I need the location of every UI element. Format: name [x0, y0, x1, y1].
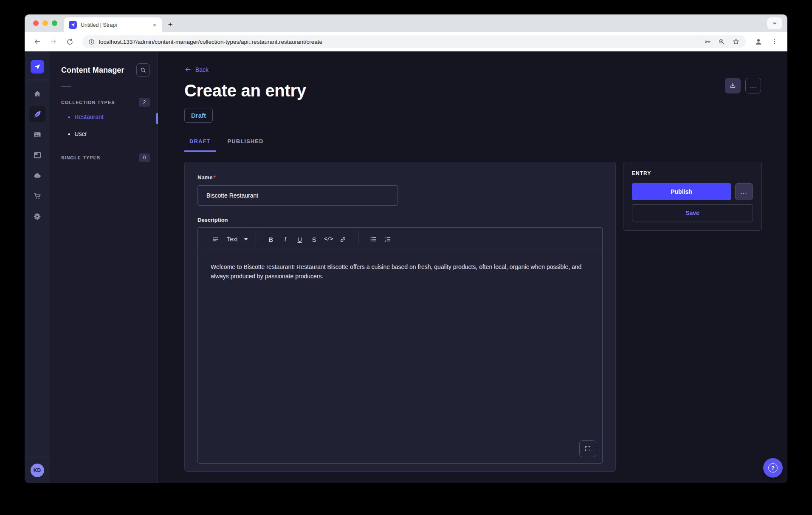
expand-editor-button[interactable] [579, 440, 596, 457]
name-input[interactable] [197, 185, 398, 206]
required-mark: * [213, 174, 215, 181]
single-types-count-badge: 0 [139, 153, 150, 162]
export-button[interactable] [725, 78, 741, 93]
collection-types-count-badge: 2 [139, 98, 150, 107]
arrow-left-icon [184, 66, 192, 73]
sidebar-item-user[interactable]: • User [61, 125, 150, 142]
numbered-list-button[interactable]: 12 [381, 232, 395, 246]
chevron-down-icon [772, 21, 777, 26]
address-bar[interactable]: localhost:1337/admin/content-manager/col… [82, 35, 746, 48]
home-icon [33, 90, 42, 98]
toolbar-separator [256, 233, 256, 246]
block-type-dropdown[interactable]: Text [227, 236, 248, 243]
main-nav-rail: KD [25, 51, 50, 483]
user-avatar[interactable]: KD [31, 464, 44, 477]
subnav-title: Content Manager [61, 66, 124, 75]
nav-settings-button[interactable] [27, 206, 48, 226]
sidebar-item-restaurant[interactable]: • Restaurant [61, 108, 150, 125]
forward-nav-icon[interactable] [47, 35, 60, 48]
bullet-list-button[interactable] [366, 232, 381, 246]
nav-media-library-button[interactable] [27, 125, 48, 145]
bullet-icon: • [68, 114, 70, 120]
window-minimize-button[interactable] [42, 20, 48, 26]
strapi-logo[interactable] [31, 60, 44, 74]
window-close-button[interactable] [33, 20, 39, 26]
numbered-list-icon: 12 [384, 235, 392, 243]
bullet-list-icon [369, 235, 377, 243]
header-actions: ... [725, 78, 761, 93]
nav-content-manager-button[interactable] [27, 104, 48, 125]
nav-marketplace-button[interactable] [27, 186, 48, 206]
new-tab-button[interactable]: + [165, 19, 176, 30]
status-badge: Draft [184, 108, 213, 123]
subnav-divider [61, 86, 71, 87]
nav-cloud-button[interactable] [27, 165, 48, 186]
back-link[interactable]: Back [184, 66, 209, 73]
window-controls [33, 20, 57, 26]
version-tabs: DRAFT PUBLISHED [184, 138, 762, 152]
fullscreen-icon [584, 445, 591, 452]
browser-window: Untitled | Strapi × + localhost:1337/adm… [25, 14, 787, 483]
help-button[interactable]: ? [763, 458, 783, 478]
reload-icon[interactable] [63, 35, 76, 48]
site-info-icon[interactable] [88, 39, 95, 45]
password-key-icon[interactable] [704, 38, 711, 45]
entry-more-button[interactable]: ... [735, 183, 753, 200]
strapi-favicon-icon [69, 21, 77, 29]
strapi-logo-icon [34, 63, 41, 70]
editor-content[interactable]: Welcome to Biscotte restaurant! Restaura… [198, 251, 602, 292]
window-fullscreen-button[interactable] [52, 20, 57, 26]
publish-button[interactable]: Publish [632, 183, 731, 200]
editor-toolbar: Text B I U S </> [198, 228, 602, 251]
content-manager-subnav: Content Manager COLLECTION TYPES 2 • Res… [50, 51, 158, 483]
browser-menu-icon[interactable] [768, 35, 781, 48]
header-more-button[interactable]: ... [745, 78, 761, 93]
rail-bottom-divider [25, 458, 50, 458]
back-label: Back [195, 66, 209, 73]
italic-button[interactable]: I [278, 232, 293, 246]
strapi-admin-app: KD Content Manager COLLECTION TYPES 2 • … [25, 51, 787, 483]
svg-text:1: 1 [385, 236, 386, 239]
strikethrough-button[interactable]: S [307, 232, 321, 246]
underline-button[interactable]: U [293, 232, 307, 246]
collection-types-section-header: COLLECTION TYPES 2 [61, 98, 150, 107]
tab-close-icon[interactable]: × [151, 21, 158, 29]
main-content: ... Back Create an entry Draft DRAFT PUB… [158, 51, 787, 483]
bookmark-star-icon[interactable] [732, 38, 740, 45]
bold-button[interactable]: B [264, 232, 278, 246]
active-nav-highlight [29, 106, 45, 122]
question-mark-icon: ? [768, 463, 778, 473]
search-icon [140, 67, 146, 73]
tab-draft[interactable]: DRAFT [184, 138, 216, 152]
nav-content-type-builder-button[interactable] [27, 145, 48, 165]
entry-form-card: Name* Description Text [184, 162, 616, 472]
url-text: localhost:1337/admin/content-manager/col… [99, 39, 699, 45]
entry-panel-title: ENTRY [632, 170, 753, 176]
rail-divider [25, 79, 50, 79]
name-field-label: Name* [197, 174, 215, 181]
browser-tab[interactable]: Untitled | Strapi × [64, 17, 162, 32]
shopping-cart-icon [33, 192, 42, 200]
code-button[interactable]: </> [321, 232, 336, 246]
page-title: Create an entry [184, 81, 762, 100]
block-type-label: Text [227, 236, 238, 243]
tab-published[interactable]: PUBLISHED [223, 138, 269, 152]
link-button[interactable] [336, 232, 350, 246]
tab-title: Untitled | Strapi [81, 22, 147, 28]
browser-tab-strip: Untitled | Strapi × + [25, 14, 787, 32]
tab-search-button[interactable] [767, 17, 782, 29]
rich-text-editor: Text B I U S </> [197, 227, 603, 464]
search-button[interactable] [136, 63, 150, 77]
save-button[interactable]: Save [632, 204, 753, 221]
back-nav-icon[interactable] [31, 35, 44, 48]
paragraph-style-icon[interactable] [208, 232, 223, 246]
browser-profile-icon[interactable] [752, 35, 765, 48]
entry-panel: ENTRY Publish ... Save [623, 162, 762, 231]
browser-toolbar: localhost:1337/admin/content-manager/col… [25, 32, 787, 51]
nav-home-button[interactable] [27, 84, 48, 104]
layout-icon [33, 151, 42, 159]
chevron-down-icon [244, 238, 248, 241]
zoom-icon[interactable] [718, 38, 725, 45]
svg-text:2: 2 [385, 240, 386, 242]
description-field-label: Description [197, 217, 603, 223]
